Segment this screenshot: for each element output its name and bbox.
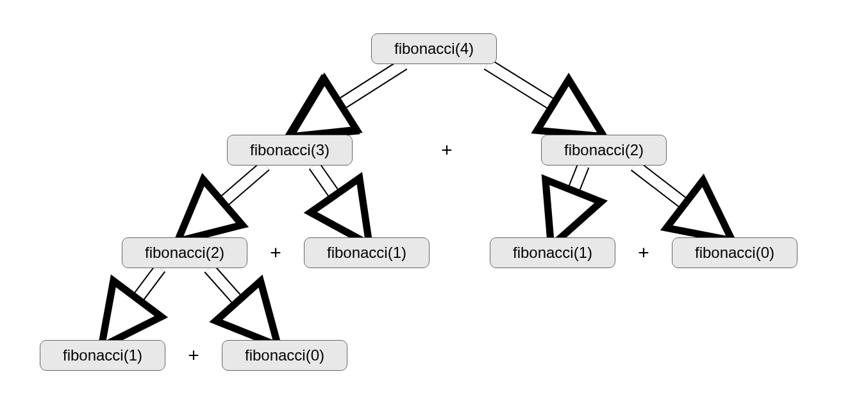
svg-line-18 (209, 268, 266, 332)
plus-operator: + (441, 139, 453, 161)
node-label: fibonacci(1) (63, 346, 142, 364)
svg-line-7 (487, 64, 588, 127)
node-label: fibonacci(1) (513, 244, 592, 262)
node-fib4: fibonacci(4) (371, 33, 497, 64)
plus-operator: + (270, 242, 281, 264)
node-fib3: fibonacci(3) (227, 135, 353, 166)
node-fib1-a: fibonacci(1) (304, 237, 430, 268)
node-label: fibonacci(0) (695, 244, 774, 262)
svg-line-13 (558, 166, 583, 230)
svg-line-10 (314, 166, 359, 230)
plus-operator: + (188, 344, 199, 366)
svg-line-5 (305, 64, 404, 127)
node-label: fibonacci(2) (564, 141, 644, 159)
node-fib1-b: fibonacci(1) (490, 237, 615, 268)
svg-line-8 (191, 166, 265, 230)
recursion-tree-diagram: fibonacci(4) fibonacci(3) + fibonacci(2)… (0, 0, 868, 408)
svg-line-17 (112, 268, 160, 332)
svg-line-4 (305, 64, 404, 127)
node-label: fibonacci(3) (250, 141, 330, 159)
plus-operator: + (638, 242, 649, 264)
svg-line-3 (303, 64, 404, 128)
node-fib2-right: fibonacci(2) (541, 135, 667, 166)
node-fib1-c: fibonacci(1) (40, 340, 165, 371)
node-fib0-a: fibonacci(0) (672, 237, 797, 268)
svg-line-12 (558, 166, 583, 230)
node-label: fibonacci(2) (145, 244, 224, 262)
svg-line-19 (209, 268, 266, 332)
svg-line-0 (303, 64, 404, 128)
svg-line-15 (635, 166, 718, 230)
svg-line-2 (303, 64, 404, 128)
svg-line-9 (191, 166, 265, 230)
node-label: fibonacci(0) (245, 346, 324, 364)
svg-line-14 (635, 166, 718, 230)
node-label: fibonacci(4) (394, 40, 474, 58)
node-fib0-b: fibonacci(0) (222, 340, 347, 371)
svg-line-6 (487, 64, 588, 127)
node-fib2-left: fibonacci(2) (122, 237, 247, 268)
node-label: fibonacci(1) (327, 244, 406, 262)
svg-line-11 (314, 166, 359, 230)
svg-line-16 (112, 268, 160, 332)
